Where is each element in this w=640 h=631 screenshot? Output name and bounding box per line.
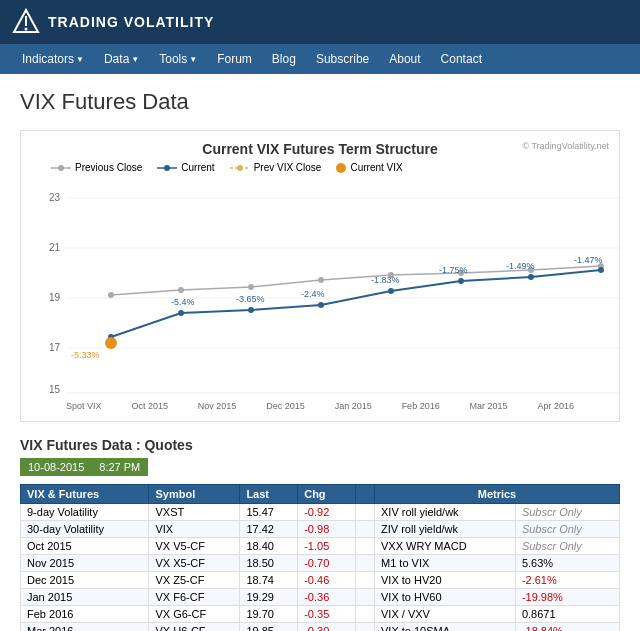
row-spacer xyxy=(356,555,375,572)
table-row: Dec 2015 VX Z5-CF 18.74 -0.46 VIX to HV2… xyxy=(21,572,620,589)
row-chg: -0.92 xyxy=(298,504,356,521)
table-date: 10-08-2015 xyxy=(28,461,84,473)
table-section: VIX Futures Data : Quotes 10-08-2015 8:2… xyxy=(20,437,620,631)
row-chg: -1.05 xyxy=(298,538,356,555)
svg-point-31 xyxy=(318,302,324,308)
row-metric-label: ZIV roll yield/wk xyxy=(374,521,515,538)
row-name: 30-day Volatility xyxy=(21,521,149,538)
row-last: 19.85 xyxy=(240,623,298,632)
row-symbol: VIX xyxy=(149,521,240,538)
row-metric-label: VXX WRY MACD xyxy=(374,538,515,555)
row-metric-value: 5.63% xyxy=(515,555,619,572)
nav-forum[interactable]: Forum xyxy=(207,44,262,74)
nav-blog[interactable]: Blog xyxy=(262,44,306,74)
row-metric-label: VIX to 10SMA xyxy=(374,623,515,632)
row-chg: -0.35 xyxy=(298,606,356,623)
row-symbol: VX F6-CF xyxy=(149,589,240,606)
row-spacer xyxy=(356,572,375,589)
nav-subscribe[interactable]: Subscribe xyxy=(306,44,379,74)
svg-point-32 xyxy=(388,288,394,294)
nav-contact[interactable]: Contact xyxy=(431,44,492,74)
col-symbol: Symbol xyxy=(149,485,240,504)
nav-indicators[interactable]: Indicators ▼ xyxy=(12,44,94,74)
chart-copyright: © TradingVolatility.net xyxy=(522,141,609,151)
col-metrics: Metrics xyxy=(374,485,619,504)
row-symbol: VX H6-CF xyxy=(149,623,240,632)
svg-text:15: 15 xyxy=(49,384,61,395)
nav-about[interactable]: About xyxy=(379,44,430,74)
row-chg: -0.98 xyxy=(298,521,356,538)
nav-tools[interactable]: Tools ▼ xyxy=(149,44,207,74)
svg-point-33 xyxy=(458,278,464,284)
nav-data[interactable]: Data ▼ xyxy=(94,44,149,74)
svg-text:23: 23 xyxy=(49,192,61,203)
svg-point-23 xyxy=(318,277,324,283)
row-metric-value: -2.61% xyxy=(515,572,619,589)
table-row: Mar 2016 VX H6-CF 19.85 -0.30 VIX to 10S… xyxy=(21,623,620,632)
legend-prev-close: Previous Close xyxy=(51,162,142,173)
svg-point-6 xyxy=(164,165,170,171)
table-row: Oct 2015 VX V5-CF 18.40 -1.05 VXX WRY MA… xyxy=(21,538,620,555)
x-label-mar: Mar 2015 xyxy=(470,401,508,411)
svg-text:-1.47%: -1.47% xyxy=(574,255,603,265)
col-last: Last xyxy=(240,485,298,504)
chevron-down-icon: ▼ xyxy=(76,55,84,64)
header: TRADING VOLATILITY xyxy=(0,0,640,44)
col-vix-futures: VIX & Futures xyxy=(21,485,149,504)
row-metric-value: Subscr Only xyxy=(515,504,619,521)
row-chg: -0.36 xyxy=(298,589,356,606)
col-empty xyxy=(356,485,375,504)
svg-point-8 xyxy=(237,165,243,171)
row-last: 19.70 xyxy=(240,606,298,623)
x-label-dec: Dec 2015 xyxy=(266,401,305,411)
svg-point-9 xyxy=(336,163,346,173)
svg-point-35 xyxy=(598,267,604,273)
svg-text:21: 21 xyxy=(49,242,61,253)
svg-point-22 xyxy=(248,284,254,290)
x-label-feb: Feb 2016 xyxy=(402,401,440,411)
row-last: 19.29 xyxy=(240,589,298,606)
row-metric-label: VIX to HV60 xyxy=(374,589,515,606)
svg-text:-1.83%: -1.83% xyxy=(371,275,400,285)
svg-text:-1.75%: -1.75% xyxy=(439,265,468,275)
x-label-apr: Apr 2016 xyxy=(537,401,574,411)
table-title: VIX Futures Data : Quotes xyxy=(20,437,620,453)
table-time: 8:27 PM xyxy=(99,461,140,473)
row-spacer xyxy=(356,521,375,538)
row-chg: -0.46 xyxy=(298,572,356,589)
row-name: Dec 2015 xyxy=(21,572,149,589)
row-spacer xyxy=(356,504,375,521)
legend-current-vix-label: Current VIX xyxy=(350,162,402,173)
row-metric-value: 0.8671 xyxy=(515,606,619,623)
svg-point-34 xyxy=(528,274,534,280)
row-last: 15.47 xyxy=(240,504,298,521)
logo: TRADING VOLATILITY xyxy=(12,8,214,36)
legend-prev-vix: Prev VIX Close xyxy=(230,162,322,173)
row-symbol: VX V5-CF xyxy=(149,538,240,555)
svg-text:-1.49%: -1.49% xyxy=(506,261,535,271)
page-title: VIX Futures Data xyxy=(20,89,620,115)
x-label-oct: Oct 2015 xyxy=(131,401,168,411)
row-metric-label: M1 to VIX xyxy=(374,555,515,572)
svg-text:-5.33%: -5.33% xyxy=(71,350,100,360)
row-spacer xyxy=(356,538,375,555)
chart-svg: 23 21 19 17 15 xyxy=(31,183,631,403)
row-metric-label: XIV roll yield/wk xyxy=(374,504,515,521)
x-label-spot: Spot VIX xyxy=(66,401,102,411)
main-content: VIX Futures Data Current VIX Futures Ter… xyxy=(0,74,640,631)
svg-point-30 xyxy=(248,307,254,313)
row-metric-value: -18.84% xyxy=(515,623,619,632)
chevron-down-icon: ▼ xyxy=(131,55,139,64)
row-chg: -0.70 xyxy=(298,555,356,572)
legend-current: Current xyxy=(157,162,214,173)
table-row: 9-day Volatility VXST 15.47 -0.92 XIV ro… xyxy=(21,504,620,521)
row-spacer xyxy=(356,589,375,606)
table-row: Nov 2015 VX X5-CF 18.50 -0.70 M1 to VIX … xyxy=(21,555,620,572)
svg-point-4 xyxy=(58,165,64,171)
row-name: Jan 2015 xyxy=(21,589,149,606)
table-row: Feb 2016 VX G6-CF 19.70 -0.35 VIX / VXV … xyxy=(21,606,620,623)
nav-bar: Indicators ▼ Data ▼ Tools ▼ Forum Blog S… xyxy=(0,44,640,74)
row-symbol: VX G6-CF xyxy=(149,606,240,623)
svg-text:-2.4%: -2.4% xyxy=(301,289,325,299)
svg-point-36 xyxy=(105,337,117,349)
